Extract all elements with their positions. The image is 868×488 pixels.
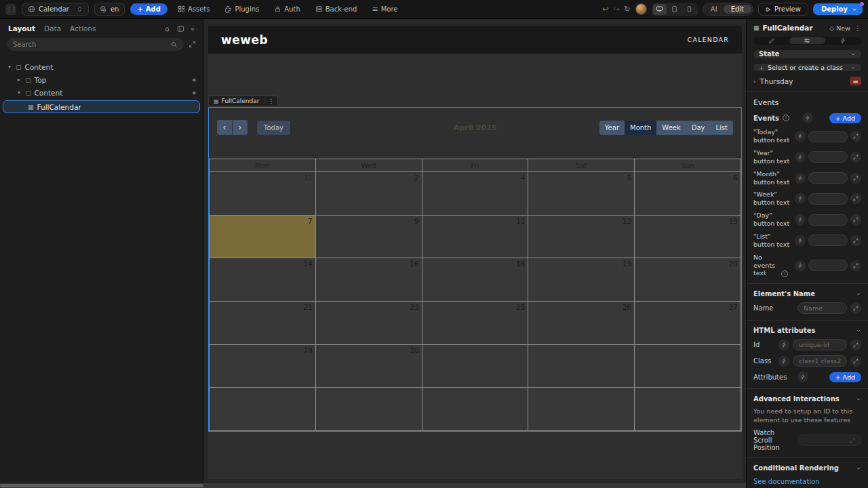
bind-icon[interactable] xyxy=(795,173,806,184)
tree-item-top[interactable]: ▸ ▢ Top ◆ xyxy=(1,73,201,86)
selected-element-chip[interactable]: ▦ FullCalendar ⋮ xyxy=(208,96,278,106)
list-text-input[interactable] xyxy=(808,235,848,246)
add-attribute-button[interactable]: + Add xyxy=(829,372,861,382)
advanced-interactions-section[interactable]: Advanced Interactions xyxy=(753,395,861,403)
day-cell[interactable]: 31 xyxy=(209,172,316,216)
day-cell[interactable]: 19 xyxy=(528,258,635,302)
caret-right-icon[interactable]: › xyxy=(753,78,756,85)
mode-ai-button[interactable]: AI xyxy=(705,5,724,14)
mode-edit-button[interactable]: Edit xyxy=(724,5,751,14)
device-tablet-button[interactable] xyxy=(668,4,682,15)
day-cell[interactable]: 11 xyxy=(422,216,529,259)
tree-item-fullcalendar[interactable]: ▦ FullCalendar xyxy=(3,100,200,113)
caret-down-icon[interactable]: ▾ xyxy=(16,89,22,96)
add-button[interactable]: + Add xyxy=(130,3,167,15)
deploy-button[interactable]: Deploy xyxy=(813,3,863,15)
device-desktop-button[interactable] xyxy=(653,4,667,15)
bind-icon[interactable] xyxy=(795,260,806,271)
state-dropdown[interactable]: State xyxy=(753,50,861,58)
day-cell[interactable]: 12 xyxy=(528,216,635,259)
day-cell[interactable] xyxy=(635,388,741,431)
conditional-rendering-section[interactable]: Conditional Rendering xyxy=(753,464,861,472)
week-text-input[interactable] xyxy=(808,193,848,205)
bell-icon[interactable] xyxy=(163,25,171,33)
day-cell[interactable]: 16 xyxy=(316,258,422,302)
day-cell[interactable]: 2 xyxy=(316,172,422,216)
expand-icon[interactable] xyxy=(850,356,861,367)
bind-icon[interactable] xyxy=(802,113,813,123)
caret-down-icon[interactable]: ▾ xyxy=(7,64,12,70)
today-text-input[interactable] xyxy=(808,131,848,142)
expand-icon[interactable] xyxy=(850,214,861,225)
day-cell[interactable] xyxy=(528,388,635,431)
day-cell[interactable]: 18 xyxy=(422,258,529,302)
fullcalendar-widget[interactable]: ‹ › Today April 2025 Year Month Week Day… xyxy=(208,107,742,432)
month-text-input[interactable] xyxy=(808,172,848,184)
day-cell[interactable]: 23 xyxy=(316,302,422,345)
day-cell[interactable]: 27 xyxy=(635,302,741,345)
undo-icon[interactable]: ↩ xyxy=(602,5,608,14)
day-cell[interactable]: 20 xyxy=(635,258,741,302)
day-cell[interactable] xyxy=(422,345,529,388)
state-item-thursday[interactable]: › Thursday ▬ xyxy=(753,77,861,85)
expand-icon[interactable] xyxy=(850,303,861,314)
bind-icon[interactable] xyxy=(795,152,806,163)
expand-icon[interactable] xyxy=(850,260,861,271)
search-input[interactable] xyxy=(13,41,171,48)
day-cell[interactable]: 25 xyxy=(422,302,529,345)
class-input[interactable] xyxy=(793,355,847,367)
nav-more[interactable]: ≡ More xyxy=(367,3,402,16)
day-cell[interactable]: 9 xyxy=(316,216,422,259)
class-selector[interactable]: + Select or create a class xyxy=(753,64,861,72)
search-box[interactable] xyxy=(7,38,184,51)
tab-settings[interactable] xyxy=(789,37,825,44)
tab-interactions[interactable] xyxy=(825,37,861,44)
expand-icon[interactable] xyxy=(850,193,861,204)
name-input[interactable] xyxy=(797,302,847,314)
site-nav-link[interactable]: CALENDAR xyxy=(688,36,729,43)
id-input[interactable] xyxy=(793,339,847,350)
day-cell[interactable] xyxy=(635,345,741,388)
expand-icon[interactable] xyxy=(850,235,861,246)
tree-item-content-root[interactable]: ▾ ▢ Content xyxy=(1,60,201,73)
app-menu-icon[interactable]: ⋮⋮ xyxy=(5,4,16,15)
html-attributes-section[interactable]: HTML attributes xyxy=(753,327,861,334)
new-state-button[interactable]: ◇ New xyxy=(829,24,850,32)
see-documentation-link[interactable]: See documentation xyxy=(753,478,861,485)
nav-backend[interactable]: Back-end xyxy=(311,3,362,15)
refresh-icon[interactable]: ↻ xyxy=(625,5,631,14)
day-cell[interactable] xyxy=(528,345,635,388)
no-events-text-input[interactable] xyxy=(808,260,848,271)
bind-icon[interactable] xyxy=(778,356,789,367)
day-cell[interactable]: 13 xyxy=(635,216,741,259)
day-cell[interactable]: 5 xyxy=(528,172,635,216)
panel-icon[interactable] xyxy=(177,25,184,33)
view-list-button[interactable]: List xyxy=(711,121,733,135)
day-cell[interactable] xyxy=(316,388,422,431)
bind-icon[interactable] xyxy=(795,235,806,246)
add-event-button[interactable]: + Add xyxy=(829,113,861,123)
day-cell[interactable] xyxy=(209,388,316,431)
nav-auth[interactable]: Auth xyxy=(269,3,304,15)
expand-icon[interactable] xyxy=(850,152,861,163)
day-cell[interactable]: 26 xyxy=(528,302,635,345)
view-month-button[interactable]: Month xyxy=(625,121,656,135)
redo-icon[interactable]: ↪ xyxy=(613,5,619,14)
tab-data[interactable]: Data xyxy=(44,24,61,33)
view-week-button[interactable]: Week xyxy=(656,121,686,135)
bind-icon[interactable] xyxy=(797,371,808,382)
nav-plugins[interactable]: Plugins xyxy=(220,3,264,15)
bind-icon[interactable] xyxy=(795,131,806,142)
tab-styles[interactable] xyxy=(754,37,789,44)
expand-icon[interactable] xyxy=(850,340,861,350)
element-name-section[interactable]: Element's Name xyxy=(753,290,861,298)
scrollbar-thumb[interactable] xyxy=(0,484,203,487)
expand-icon[interactable] xyxy=(850,131,861,142)
tree-item-content[interactable]: ▾ ▢ Content ◆ xyxy=(1,86,201,99)
view-year-button[interactable]: Year xyxy=(599,121,625,135)
user-avatar[interactable] xyxy=(635,3,647,15)
tab-layout[interactable]: Layout xyxy=(8,24,35,33)
bind-icon[interactable] xyxy=(778,340,789,350)
collapse-panel-icon[interactable]: « xyxy=(191,25,195,33)
expand-panel-icon[interactable] xyxy=(189,41,196,48)
